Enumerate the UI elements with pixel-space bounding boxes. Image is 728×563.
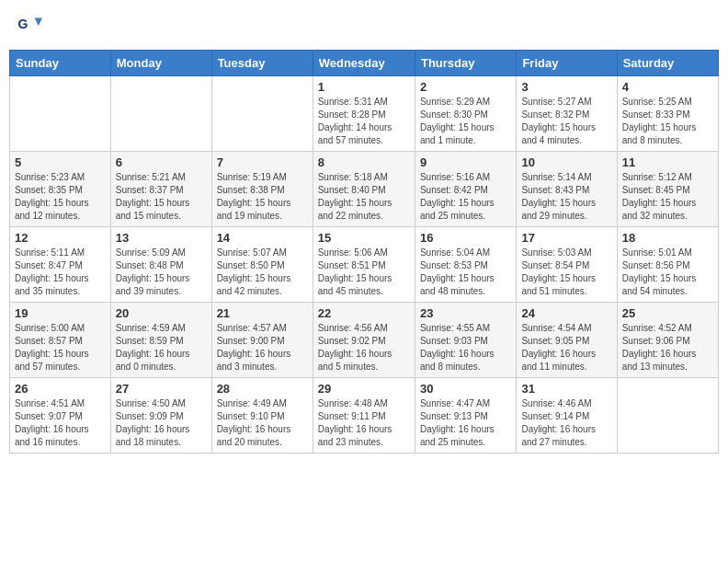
calendar-cell: 4Sunrise: 5:25 AM Sunset: 8:33 PM Daylig… xyxy=(617,76,718,152)
calendar-cell: 13Sunrise: 5:09 AM Sunset: 8:48 PM Dayli… xyxy=(110,227,211,303)
calendar-cell: 22Sunrise: 4:56 AM Sunset: 9:02 PM Dayli… xyxy=(313,303,415,378)
day-info: Sunrise: 4:49 AM Sunset: 9:10 PM Dayligh… xyxy=(217,397,308,449)
calendar-week-row: 12Sunrise: 5:11 AM Sunset: 8:47 PM Dayli… xyxy=(10,227,719,303)
day-info: Sunrise: 5:23 AM Sunset: 8:35 PM Dayligh… xyxy=(15,171,106,223)
day-info: Sunrise: 5:18 AM Sunset: 8:40 PM Dayligh… xyxy=(318,171,410,223)
day-number: 7 xyxy=(217,155,308,169)
calendar-week-row: 26Sunrise: 4:51 AM Sunset: 9:07 PM Dayli… xyxy=(10,378,719,454)
calendar-cell: 17Sunrise: 5:03 AM Sunset: 8:54 PM Dayli… xyxy=(517,227,617,303)
calendar-cell: 15Sunrise: 5:06 AM Sunset: 8:51 PM Dayli… xyxy=(313,227,415,303)
column-header-monday: Monday xyxy=(110,51,211,76)
calendar-cell: 28Sunrise: 4:49 AM Sunset: 9:10 PM Dayli… xyxy=(211,378,313,454)
calendar-cell: 3Sunrise: 5:27 AM Sunset: 8:32 PM Daylig… xyxy=(517,76,617,152)
day-number: 11 xyxy=(622,155,713,169)
calendar-table: SundayMondayTuesdayWednesdayThursdayFrid… xyxy=(9,50,719,454)
day-info: Sunrise: 5:29 AM Sunset: 8:30 PM Dayligh… xyxy=(420,96,511,147)
calendar-cell: 20Sunrise: 4:59 AM Sunset: 8:59 PM Dayli… xyxy=(110,303,211,378)
day-number: 2 xyxy=(420,80,511,94)
logo: G xyxy=(17,13,44,39)
day-number: 15 xyxy=(318,231,410,245)
day-info: Sunrise: 4:57 AM Sunset: 9:00 PM Dayligh… xyxy=(217,322,308,373)
calendar-week-row: 5Sunrise: 5:23 AM Sunset: 8:35 PM Daylig… xyxy=(10,152,719,227)
calendar-cell: 5Sunrise: 5:23 AM Sunset: 8:35 PM Daylig… xyxy=(10,152,111,227)
day-info: Sunrise: 4:55 AM Sunset: 9:03 PM Dayligh… xyxy=(420,322,511,373)
day-number: 9 xyxy=(420,155,511,169)
column-header-friday: Friday xyxy=(517,51,617,76)
calendar-cell: 23Sunrise: 4:55 AM Sunset: 9:03 PM Dayli… xyxy=(415,303,516,378)
day-info: Sunrise: 4:48 AM Sunset: 9:11 PM Dayligh… xyxy=(318,397,410,449)
day-number: 6 xyxy=(116,155,207,169)
day-number: 17 xyxy=(521,231,611,245)
column-header-tuesday: Tuesday xyxy=(211,51,313,76)
column-header-thursday: Thursday xyxy=(415,51,516,76)
day-info: Sunrise: 5:11 AM Sunset: 8:47 PM Dayligh… xyxy=(15,247,106,298)
svg-text:G: G xyxy=(17,17,28,31)
calendar-cell: 12Sunrise: 5:11 AM Sunset: 8:47 PM Dayli… xyxy=(10,227,111,303)
column-header-wednesday: Wednesday xyxy=(313,51,415,76)
day-number: 30 xyxy=(420,382,511,396)
calendar-cell: 7Sunrise: 5:19 AM Sunset: 8:38 PM Daylig… xyxy=(211,152,313,227)
calendar-cell: 18Sunrise: 5:01 AM Sunset: 8:56 PM Dayli… xyxy=(617,227,718,303)
day-number: 26 xyxy=(15,382,106,396)
day-info: Sunrise: 5:09 AM Sunset: 8:48 PM Dayligh… xyxy=(116,247,207,298)
day-info: Sunrise: 4:46 AM Sunset: 9:14 PM Dayligh… xyxy=(521,397,611,449)
day-info: Sunrise: 5:03 AM Sunset: 8:54 PM Dayligh… xyxy=(521,247,611,298)
calendar-cell: 9Sunrise: 5:16 AM Sunset: 8:42 PM Daylig… xyxy=(415,152,516,227)
calendar-cell: 14Sunrise: 5:07 AM Sunset: 8:50 PM Dayli… xyxy=(211,227,313,303)
day-number: 19 xyxy=(15,306,106,320)
day-info: Sunrise: 5:01 AM Sunset: 8:56 PM Dayligh… xyxy=(622,247,713,298)
calendar-cell: 31Sunrise: 4:46 AM Sunset: 9:14 PM Dayli… xyxy=(517,378,617,454)
day-info: Sunrise: 4:50 AM Sunset: 9:09 PM Dayligh… xyxy=(116,397,207,449)
day-number: 18 xyxy=(622,231,713,245)
day-info: Sunrise: 4:54 AM Sunset: 9:05 PM Dayligh… xyxy=(521,322,611,373)
day-info: Sunrise: 5:04 AM Sunset: 8:53 PM Dayligh… xyxy=(420,247,511,298)
day-number: 29 xyxy=(318,382,410,396)
day-info: Sunrise: 5:12 AM Sunset: 8:45 PM Dayligh… xyxy=(622,171,713,223)
calendar-cell: 27Sunrise: 4:50 AM Sunset: 9:09 PM Dayli… xyxy=(110,378,211,454)
day-info: Sunrise: 5:00 AM Sunset: 8:57 PM Dayligh… xyxy=(15,322,106,373)
calendar-cell xyxy=(110,76,211,152)
day-info: Sunrise: 4:52 AM Sunset: 9:06 PM Dayligh… xyxy=(622,322,713,373)
day-number: 23 xyxy=(420,306,511,320)
day-info: Sunrise: 5:16 AM Sunset: 8:42 PM Dayligh… xyxy=(420,171,511,223)
calendar-cell xyxy=(10,76,111,152)
calendar-week-row: 19Sunrise: 5:00 AM Sunset: 8:57 PM Dayli… xyxy=(10,303,719,378)
day-info: Sunrise: 5:06 AM Sunset: 8:51 PM Dayligh… xyxy=(318,247,410,298)
calendar-cell: 8Sunrise: 5:18 AM Sunset: 8:40 PM Daylig… xyxy=(313,152,415,227)
day-info: Sunrise: 5:19 AM Sunset: 8:38 PM Dayligh… xyxy=(217,171,308,223)
day-info: Sunrise: 5:31 AM Sunset: 8:28 PM Dayligh… xyxy=(318,96,410,147)
calendar-week-row: 1Sunrise: 5:31 AM Sunset: 8:28 PM Daylig… xyxy=(10,76,719,152)
column-header-sunday: Sunday xyxy=(10,51,111,76)
column-header-saturday: Saturday xyxy=(617,51,718,76)
day-info: Sunrise: 4:51 AM Sunset: 9:07 PM Dayligh… xyxy=(15,397,106,449)
calendar-cell: 24Sunrise: 4:54 AM Sunset: 9:05 PM Dayli… xyxy=(517,303,617,378)
day-info: Sunrise: 5:27 AM Sunset: 8:32 PM Dayligh… xyxy=(521,96,611,147)
day-number: 21 xyxy=(217,306,308,320)
calendar-cell: 6Sunrise: 5:21 AM Sunset: 8:37 PM Daylig… xyxy=(110,152,211,227)
calendar-cell: 1Sunrise: 5:31 AM Sunset: 8:28 PM Daylig… xyxy=(313,76,415,152)
day-info: Sunrise: 5:21 AM Sunset: 8:37 PM Dayligh… xyxy=(116,171,207,223)
day-number: 24 xyxy=(521,306,611,320)
day-number: 25 xyxy=(622,306,713,320)
day-info: Sunrise: 4:59 AM Sunset: 8:59 PM Dayligh… xyxy=(116,322,207,373)
day-number: 31 xyxy=(521,382,611,396)
calendar-header-row: SundayMondayTuesdayWednesdayThursdayFrid… xyxy=(10,51,719,76)
day-info: Sunrise: 4:56 AM Sunset: 9:02 PM Dayligh… xyxy=(318,322,410,373)
calendar-cell xyxy=(617,378,718,454)
day-number: 1 xyxy=(318,80,410,94)
day-number: 16 xyxy=(420,231,511,245)
calendar-cell: 25Sunrise: 4:52 AM Sunset: 9:06 PM Dayli… xyxy=(617,303,718,378)
day-number: 27 xyxy=(116,382,207,396)
day-info: Sunrise: 5:14 AM Sunset: 8:43 PM Dayligh… xyxy=(521,171,611,223)
calendar-cell: 16Sunrise: 5:04 AM Sunset: 8:53 PM Dayli… xyxy=(415,227,516,303)
day-info: Sunrise: 4:47 AM Sunset: 9:13 PM Dayligh… xyxy=(420,397,511,449)
logo-icon: G xyxy=(17,13,42,39)
calendar-cell: 11Sunrise: 5:12 AM Sunset: 8:45 PM Dayli… xyxy=(617,152,718,227)
calendar-cell xyxy=(211,76,313,152)
day-number: 3 xyxy=(521,80,611,94)
day-number: 4 xyxy=(622,80,713,94)
day-number: 28 xyxy=(217,382,308,396)
day-info: Sunrise: 5:25 AM Sunset: 8:33 PM Dayligh… xyxy=(622,96,713,147)
day-number: 14 xyxy=(217,231,308,245)
day-number: 22 xyxy=(318,306,410,320)
